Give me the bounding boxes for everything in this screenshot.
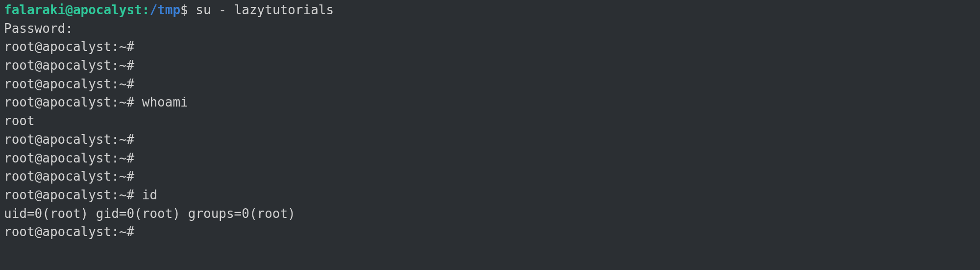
root-prompt-empty: root@apocalyst:~# — [4, 38, 976, 56]
command-id: id — [142, 188, 157, 202]
command-whoami: whoami — [142, 95, 188, 109]
root-prompt-current: root@apocalyst:~# — [4, 223, 976, 242]
root-prompt-empty: root@apocalyst:~# — [4, 167, 976, 186]
password-prompt: Password: — [4, 20, 976, 38]
prompt-line-id: root@apocalyst:~# id — [4, 186, 976, 205]
root-prompt: root@apocalyst:~# — [4, 188, 142, 202]
root-prompt-empty: root@apocalyst:~# — [4, 56, 976, 75]
command-su: su - lazytutorials — [196, 2, 334, 17]
prompt-line-su: falaraki@apocalyst:/tmp$ su - lazytutori… — [4, 1, 976, 20]
prompt-symbol: $ — [180, 2, 196, 17]
terminal-window[interactable]: falaraki@apocalyst:/tmp$ su - lazytutori… — [4, 1, 976, 242]
cwd-path: /tmp — [149, 2, 180, 17]
colon: : — [142, 2, 150, 17]
user-host: falaraki@apocalyst — [4, 2, 142, 17]
root-prompt: root@apocalyst:~# — [4, 95, 142, 109]
root-prompt-empty: root@apocalyst:~# — [4, 75, 976, 94]
output-id: uid=0(root) gid=0(root) groups=0(root) — [4, 205, 976, 223]
output-whoami: root — [4, 112, 976, 131]
prompt-line-whoami: root@apocalyst:~# whoami — [4, 93, 976, 112]
root-prompt-empty: root@apocalyst:~# — [4, 131, 976, 149]
root-prompt-empty: root@apocalyst:~# — [4, 149, 976, 168]
